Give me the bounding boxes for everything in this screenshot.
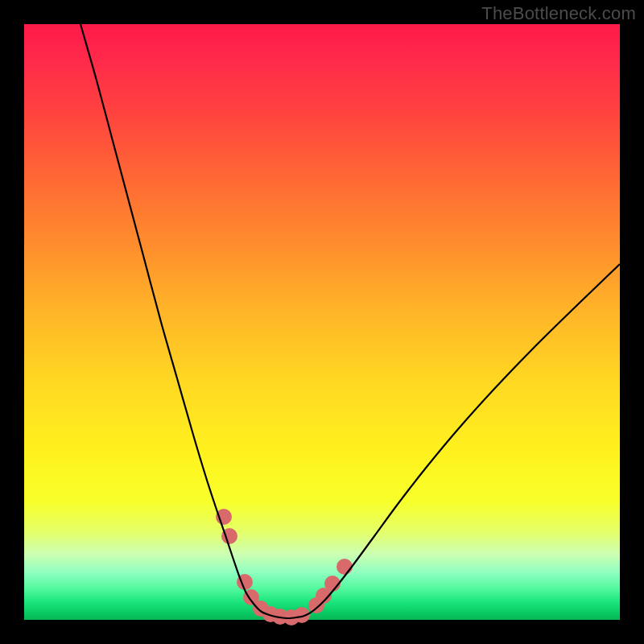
chart-plot-area <box>24 24 620 620</box>
chart-frame: TheBottleneck.com <box>0 0 644 644</box>
watermark-text: TheBottleneck.com <box>481 3 636 24</box>
chart-svg <box>24 24 620 620</box>
valley-marker <box>336 559 353 575</box>
bottleneck-curve <box>80 24 620 618</box>
